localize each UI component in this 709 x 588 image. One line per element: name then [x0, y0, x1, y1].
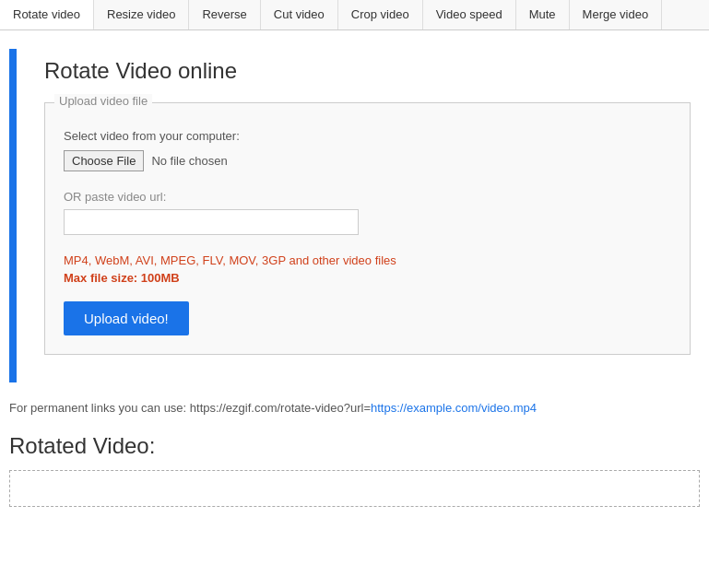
example-link[interactable]: https://example.com/video.mp4: [371, 401, 537, 415]
upload-button[interactable]: Upload video!: [64, 301, 189, 335]
rotated-video-box: [9, 470, 700, 507]
formats-text: MP4, WebM, AVI, MPEG, FLV, MOV, 3GP and …: [64, 253, 671, 267]
tab-merge-video[interactable]: Merge video: [570, 0, 663, 29]
url-input[interactable]: [64, 209, 359, 235]
select-label: Select video from your computer:: [64, 129, 671, 143]
tab-reverse[interactable]: Reverse: [189, 0, 260, 29]
permanent-links-notice: For permanent links you can use: https:/…: [0, 401, 709, 415]
page-title: Rotate Video online: [44, 58, 691, 84]
tab-bar: Rotate video Resize video Reverse Cut vi…: [0, 0, 709, 30]
tab-rotate-video[interactable]: Rotate video: [0, 0, 94, 30]
permanent-links-prefix: For permanent links you can use: https:/…: [9, 401, 371, 415]
tab-crop-video[interactable]: Crop video: [338, 0, 423, 29]
file-input-row: Choose File No file chosen: [64, 150, 671, 171]
left-accent-bar: [9, 49, 17, 382]
tab-video-speed[interactable]: Video speed: [423, 0, 516, 29]
tab-mute[interactable]: Mute: [516, 0, 570, 29]
rotated-video-title: Rotated Video:: [0, 433, 709, 459]
content-area: Rotate Video online Upload video file Se…: [17, 49, 709, 382]
max-size-text: Max file size: 100MB: [64, 271, 671, 285]
upload-legend: Upload video file: [54, 94, 152, 108]
main-content: Rotate Video online Upload video file Se…: [0, 30, 709, 401]
no-file-label: No file chosen: [151, 154, 227, 168]
tab-resize-video[interactable]: Resize video: [94, 0, 189, 29]
choose-file-button[interactable]: Choose File: [64, 150, 144, 171]
or-paste-label: OR paste video url:: [64, 190, 671, 204]
upload-section: Upload video file Select video from your…: [44, 102, 691, 355]
tab-cut-video[interactable]: Cut video: [261, 0, 338, 29]
